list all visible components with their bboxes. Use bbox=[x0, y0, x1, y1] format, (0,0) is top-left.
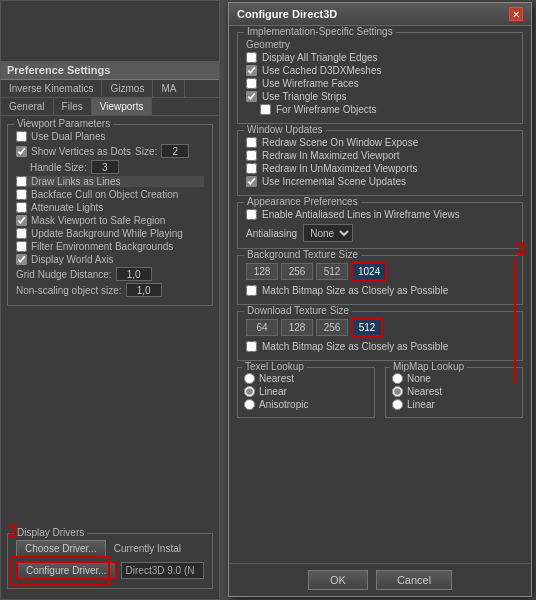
mipmap-nearest-radio[interactable] bbox=[392, 386, 403, 397]
size-input[interactable] bbox=[161, 144, 189, 158]
tab-general[interactable]: General bbox=[1, 98, 54, 115]
choose-driver-button[interactable]: Choose Driver... bbox=[16, 540, 106, 557]
currently-installed-label: Currently Instal bbox=[114, 543, 181, 554]
non-scaling-input[interactable] bbox=[126, 283, 162, 297]
dl-match-bitmap-checkbox[interactable] bbox=[246, 341, 257, 352]
preference-tabs-row2: General Files Viewports bbox=[1, 98, 219, 116]
filter-env-label: Filter Environment Backgrounds bbox=[31, 241, 173, 252]
mask-viewport-checkbox[interactable] bbox=[16, 215, 27, 226]
choose-driver-row: Choose Driver... Currently Instal bbox=[16, 540, 204, 557]
redraw-maximized-checkbox[interactable] bbox=[246, 150, 257, 161]
texel-linear-radio[interactable] bbox=[244, 386, 255, 397]
texel-nearest-row: Nearest bbox=[244, 373, 368, 384]
non-scaling-label: Non-scaling object size: bbox=[16, 285, 122, 296]
preference-panel: Preference Settings Inverse Kinematics G… bbox=[0, 0, 220, 600]
filter-env-checkbox[interactable] bbox=[16, 241, 27, 252]
tab-gizmos[interactable]: Gizmos bbox=[102, 80, 153, 97]
display-world-checkbox[interactable] bbox=[16, 254, 27, 265]
texel-nearest-radio[interactable] bbox=[244, 373, 255, 384]
bg-tex-256[interactable]: 256 bbox=[281, 263, 313, 280]
show-vertices-row: Show Vertices as Dots Size: bbox=[16, 144, 204, 158]
download-texture-section: Download Texture Size 64 128 256 512 Mat… bbox=[237, 311, 523, 361]
mipmap-nearest-label: Nearest bbox=[407, 386, 442, 397]
dialog-body: Implementation-Specific Settings Geometr… bbox=[229, 26, 531, 593]
dialog-titlebar: Configure Direct3D ✕ bbox=[229, 3, 531, 26]
display-world-label: Display World Axis bbox=[31, 254, 114, 265]
driver-info-display: Direct3D 9.0 (N bbox=[121, 562, 204, 579]
dl-tex-128[interactable]: 128 bbox=[281, 319, 313, 336]
ok-button[interactable]: OK bbox=[308, 570, 368, 590]
texel-linear-label: Linear bbox=[259, 386, 287, 397]
draw-links-row: Draw Links as Lines bbox=[16, 176, 204, 187]
backface-cull-checkbox[interactable] bbox=[16, 189, 27, 200]
dl-tex-256[interactable]: 256 bbox=[316, 319, 348, 336]
dialog-title: Configure Direct3D bbox=[237, 8, 337, 20]
filter-env-row: Filter Environment Backgrounds bbox=[16, 241, 204, 252]
mipmap-none-row: None bbox=[392, 373, 516, 384]
mipmap-linear-row: Linear bbox=[392, 399, 516, 410]
cancel-button[interactable]: Cancel bbox=[376, 570, 452, 590]
bg-match-bitmap-row: Match Bitmap Size as Closely as Possible bbox=[246, 285, 514, 296]
for-wireframe-checkbox[interactable] bbox=[260, 104, 271, 115]
backface-cull-row: Backface Cull on Object Creation bbox=[16, 189, 204, 200]
redraw-maximized-row: Redraw In Maximized Viewport bbox=[246, 150, 514, 161]
bg-match-bitmap-checkbox[interactable] bbox=[246, 285, 257, 296]
grid-nudge-label: Grid Nudge Distance: bbox=[16, 269, 112, 280]
close-button[interactable]: ✕ bbox=[509, 7, 523, 21]
handle-size-row: Handle Size: bbox=[16, 160, 204, 174]
redraw-unmaximized-checkbox[interactable] bbox=[246, 163, 257, 174]
redraw-expose-checkbox[interactable] bbox=[246, 137, 257, 148]
configure-driver-button[interactable]: Configure Driver... bbox=[16, 561, 117, 580]
attenuate-lights-checkbox[interactable] bbox=[16, 202, 27, 213]
redraw-expose-label: Redraw Scene On Window Expose bbox=[262, 137, 418, 148]
preference-tabs-row1: Inverse Kinematics Gizmos MA bbox=[1, 80, 219, 98]
antialiasing-row: Antialiasing None 2x 4x 8x bbox=[246, 224, 514, 242]
use-wireframe-faces-label: Use Wireframe Faces bbox=[262, 78, 359, 89]
grid-nudge-input[interactable] bbox=[116, 267, 152, 281]
dl-match-bitmap-row: Match Bitmap Size as Closely as Possible bbox=[246, 341, 514, 352]
dialog-footer: OK Cancel bbox=[229, 563, 531, 596]
use-dual-planes-row: Use Dual Planes bbox=[16, 131, 204, 142]
bg-tex-1024[interactable]: 1024 bbox=[351, 262, 387, 281]
mipmap-none-radio[interactable] bbox=[392, 373, 403, 384]
use-dual-planes-label: Use Dual Planes bbox=[31, 131, 105, 142]
tab-viewports[interactable]: Viewports bbox=[92, 98, 153, 115]
dl-tex-512[interactable]: 512 bbox=[351, 318, 383, 337]
background-texture-label: Background Texture Size bbox=[244, 249, 361, 260]
handle-size-input[interactable] bbox=[91, 160, 119, 174]
tab-files[interactable]: Files bbox=[54, 98, 92, 115]
size-label: Size: bbox=[135, 146, 157, 157]
texel-anisotropic-radio[interactable] bbox=[244, 399, 255, 410]
texel-lookup-section: Texel Lookup Nearest Linear Anisotropic bbox=[237, 367, 375, 418]
tab-inverse-kinematics[interactable]: Inverse Kinematics bbox=[1, 80, 102, 97]
texel-lookup-label: Texel Lookup bbox=[242, 361, 307, 372]
mipmap-none-label: None bbox=[407, 373, 431, 384]
draw-links-checkbox[interactable] bbox=[16, 176, 27, 187]
use-incremental-checkbox[interactable] bbox=[246, 176, 257, 187]
dl-match-bitmap-label: Match Bitmap Size as Closely as Possible bbox=[262, 341, 448, 352]
enable-antialiased-checkbox[interactable] bbox=[246, 209, 257, 220]
dl-tex-64[interactable]: 64 bbox=[246, 319, 278, 336]
display-triangle-checkbox[interactable] bbox=[246, 52, 257, 63]
mipmap-lookup-col: MipMap Lookup None Nearest Linear bbox=[385, 367, 523, 418]
bg-tex-128[interactable]: 128 bbox=[246, 263, 278, 280]
window-updates-section: Window Updates Redraw Scene On Window Ex… bbox=[237, 130, 523, 196]
use-wireframe-faces-checkbox[interactable] bbox=[246, 78, 257, 89]
use-triangle-strips-label: Use Triangle Strips bbox=[262, 91, 346, 102]
handle-size-label: Handle Size: bbox=[30, 162, 87, 173]
mipmap-linear-radio[interactable] bbox=[392, 399, 403, 410]
annotation-number-2: 2 bbox=[8, 521, 18, 542]
use-triangle-strips-checkbox[interactable] bbox=[246, 91, 257, 102]
update-background-checkbox[interactable] bbox=[16, 228, 27, 239]
tab-ma[interactable]: MA bbox=[153, 80, 185, 97]
texel-anisotropic-label: Anisotropic bbox=[259, 399, 308, 410]
use-triangle-strips-row: Use Triangle Strips bbox=[246, 91, 514, 102]
texel-lookup-col: Texel Lookup Nearest Linear Anisotropic bbox=[237, 367, 375, 418]
use-dual-planes-checkbox[interactable] bbox=[16, 131, 27, 142]
bg-tex-512[interactable]: 512 bbox=[316, 263, 348, 280]
mipmap-lookup-section: MipMap Lookup None Nearest Linear bbox=[385, 367, 523, 418]
show-vertices-checkbox[interactable] bbox=[16, 146, 27, 157]
use-cached-checkbox[interactable] bbox=[246, 65, 257, 76]
antialiasing-select[interactable]: None 2x 4x 8x bbox=[303, 224, 353, 242]
use-cached-row: Use Cached D3DXMeshes bbox=[246, 65, 514, 76]
